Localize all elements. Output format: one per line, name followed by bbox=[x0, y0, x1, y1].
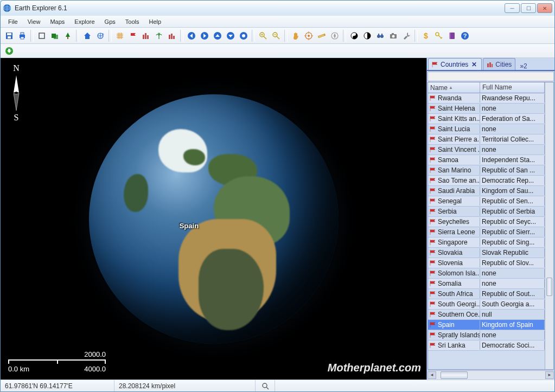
col-fullname[interactable]: Full Name bbox=[480, 82, 545, 93]
svg-rect-52 bbox=[449, 33, 450, 39]
zoom-out-button[interactable] bbox=[270, 29, 283, 42]
yinyang-button[interactable] bbox=[348, 29, 361, 42]
table-row[interactable]: Saint Lucianone bbox=[428, 124, 545, 134]
globe-nav-icon bbox=[96, 31, 105, 40]
print-button[interactable] bbox=[16, 29, 29, 42]
key-button[interactable] bbox=[432, 29, 445, 42]
cell-name: Saudi Arabia bbox=[428, 187, 480, 195]
table-row[interactable]: Solomon Isla...none bbox=[428, 268, 545, 279]
contrast-button[interactable] bbox=[361, 29, 374, 42]
menu-file[interactable]: File bbox=[4, 17, 22, 26]
menu-explore[interactable]: Explore bbox=[70, 17, 99, 26]
layers2-button[interactable] bbox=[165, 29, 178, 42]
scroll-thumb[interactable] bbox=[546, 278, 552, 296]
dollar-button[interactable]: $ bbox=[419, 29, 432, 42]
cell-name: Sao Tome an... bbox=[428, 176, 480, 185]
globe-nav-button[interactable] bbox=[94, 29, 107, 42]
table-row[interactable]: SamoaIndependent Sta... bbox=[428, 155, 545, 165]
compass-icon bbox=[330, 31, 339, 40]
table-row[interactable]: SerbiaRepublic of Serbia bbox=[428, 207, 545, 217]
flag-button[interactable] bbox=[126, 29, 139, 42]
tab-cities[interactable]: Cities bbox=[483, 58, 515, 70]
help-button[interactable]: ? bbox=[458, 29, 471, 42]
table-row[interactable]: South AfricaRepublic of Sout... bbox=[428, 289, 545, 299]
tab-more[interactable]: »2 bbox=[516, 62, 530, 70]
table-row[interactable]: Southern Oce...null bbox=[428, 310, 545, 320]
table-row[interactable]: Saint Vincent ...none bbox=[428, 145, 545, 155]
close-button[interactable]: ✕ bbox=[537, 3, 552, 13]
menu-tools[interactable]: Tools bbox=[121, 17, 144, 26]
panel-search[interactable] bbox=[428, 72, 554, 81]
palm-button[interactable] bbox=[152, 29, 165, 42]
table-row[interactable]: Sao Tome an...Democratic Rep... bbox=[428, 176, 545, 186]
nav-down-icon bbox=[226, 31, 235, 40]
status-zoom-button[interactable] bbox=[256, 380, 275, 391]
grid-button[interactable] bbox=[113, 29, 126, 42]
binoculars-icon bbox=[376, 31, 385, 40]
table-row[interactable]: SingaporeRepublic of Sing... bbox=[428, 237, 545, 248]
table-row[interactable]: RwandaRwandese Repu... bbox=[428, 93, 545, 104]
compass-button[interactable] bbox=[328, 29, 341, 42]
table-row[interactable]: Spratly Islandsnone bbox=[428, 330, 545, 340]
table-row[interactable]: South Georgi...South Georgia a... bbox=[428, 299, 545, 310]
vertical-scrollbar[interactable] bbox=[545, 82, 553, 369]
table-row[interactable]: San MarinoRepublic of San ... bbox=[428, 165, 545, 176]
scroll-left-icon[interactable]: ◄ bbox=[428, 371, 436, 379]
flag-icon bbox=[430, 260, 436, 266]
cell-name: Sri Lanka bbox=[428, 341, 480, 350]
svg-rect-10 bbox=[54, 35, 58, 39]
download-button[interactable] bbox=[3, 44, 16, 57]
toolbar-separator bbox=[109, 30, 112, 42]
tools-button[interactable] bbox=[400, 29, 413, 42]
col-name[interactable]: Name▲ bbox=[428, 82, 480, 93]
table-row[interactable]: Sierra LeoneRepublic of Sierr... bbox=[428, 227, 545, 237]
map-viewport[interactable]: N S Spain 2000.0 0.0 km4000.0 bbox=[1, 58, 426, 380]
table-row[interactable]: Sri LankaDemocratic Soci... bbox=[428, 340, 545, 351]
rect-button[interactable] bbox=[35, 29, 48, 42]
book-button[interactable] bbox=[445, 29, 458, 42]
maximize-button[interactable]: ☐ bbox=[521, 3, 536, 13]
tab-countries[interactable]: Countries ✕ bbox=[428, 58, 482, 70]
zoom-in-button[interactable] bbox=[257, 29, 270, 42]
nav-center-button[interactable] bbox=[237, 29, 250, 42]
table-row[interactable]: SlovakiaSlovak Republic bbox=[428, 248, 545, 258]
table-row[interactable]: SloveniaRepublic of Slov... bbox=[428, 258, 545, 268]
target-button[interactable] bbox=[302, 29, 315, 42]
save-button[interactable] bbox=[3, 29, 16, 42]
binoculars-button[interactable] bbox=[374, 29, 387, 42]
menu-gps[interactable]: Gps bbox=[100, 17, 120, 26]
camera-button[interactable] bbox=[387, 29, 400, 42]
table-row[interactable]: SpainKingdom of Spain bbox=[428, 320, 545, 330]
table-row[interactable]: Saudi ArabiaKingdom of Sau... bbox=[428, 186, 545, 196]
home-button[interactable] bbox=[81, 29, 94, 42]
table-row[interactable]: Saint Kitts an...Federation of Sa... bbox=[428, 114, 545, 124]
table-row[interactable]: Saint Helenanone bbox=[428, 104, 545, 114]
horizontal-scrollbar[interactable]: ◄ ► bbox=[428, 370, 554, 379]
table-row[interactable]: SeychellesRepublic of Seyc... bbox=[428, 217, 545, 227]
ruler-button[interactable] bbox=[315, 29, 328, 42]
cell-fullname: South Georgia a... bbox=[480, 300, 545, 309]
layers-button[interactable] bbox=[48, 29, 61, 42]
minimize-button[interactable]: ─ bbox=[505, 3, 520, 13]
table-row[interactable]: Somalianone bbox=[428, 279, 545, 289]
cell-fullname: Republic of Sing... bbox=[480, 238, 545, 247]
menu-view[interactable]: View bbox=[23, 17, 45, 26]
city-button[interactable] bbox=[139, 29, 152, 42]
hand-icon bbox=[291, 31, 300, 40]
hand-button[interactable] bbox=[289, 29, 302, 42]
nav-up-button[interactable] bbox=[211, 29, 224, 42]
table-row[interactable]: SenegalRepublic of Sen... bbox=[428, 196, 545, 207]
status-coords: 61.97861'N 69.14177'E bbox=[1, 380, 114, 391]
nav-left-button[interactable] bbox=[185, 29, 198, 42]
title-bar[interactable]: Earth Explorer 6.1 ─ ☐ ✕ bbox=[1, 1, 554, 16]
scroll-right-icon[interactable]: ► bbox=[545, 371, 554, 379]
nav-down-button[interactable] bbox=[224, 29, 237, 42]
hscroll-thumb[interactable] bbox=[441, 371, 468, 379]
tree-button[interactable] bbox=[61, 29, 74, 42]
menu-maps[interactable]: Maps bbox=[46, 17, 69, 26]
nav-right-button[interactable] bbox=[198, 29, 211, 42]
tab-close-icon[interactable]: ✕ bbox=[470, 61, 478, 68]
table-row[interactable]: Saint Pierre a...Territorial Collec... bbox=[428, 134, 545, 145]
earth-globe[interactable] bbox=[89, 94, 339, 344]
menu-help[interactable]: Help bbox=[144, 17, 165, 26]
